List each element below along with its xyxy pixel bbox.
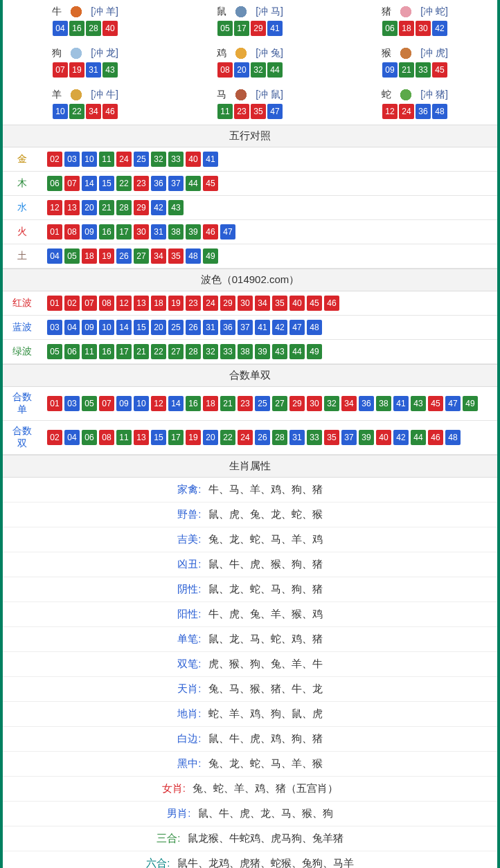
table-row: 土04051819262734354849 bbox=[3, 244, 497, 269]
zodiac-balls: 12243648 bbox=[332, 104, 497, 119]
number-ball: 07 bbox=[64, 176, 80, 191]
zodiac-conflict: [冲 虎] bbox=[420, 47, 448, 60]
heshu-balls: 0103050709101214161821232527293032343638… bbox=[42, 387, 497, 421]
number-ball: 39 bbox=[255, 344, 270, 359]
number-ball: 01 bbox=[47, 396, 62, 411]
number-ball: 39 bbox=[359, 430, 374, 445]
number-ball: 45 bbox=[203, 176, 218, 191]
zodiac-balls: 09213345 bbox=[332, 62, 497, 78]
number-ball: 49 bbox=[203, 248, 218, 264]
table-row: 红波0102070812131819232429303435404546 bbox=[3, 291, 497, 316]
attribute-label: 吉美: bbox=[177, 533, 201, 545]
wuxing-label: 金 bbox=[3, 147, 42, 172]
snake-icon bbox=[394, 87, 418, 102]
attribute-row: 吉美: 兔、龙、蛇、马、羊、鸡 bbox=[3, 527, 497, 552]
number-ball: 47 bbox=[445, 396, 461, 411]
number-ball: 13 bbox=[134, 430, 149, 445]
number-ball: 36 bbox=[151, 176, 166, 191]
bose-label: 蓝波 bbox=[3, 316, 42, 340]
attribute-label: 六合: bbox=[146, 857, 170, 868]
bose-table: 红波0102070812131819232429303435404546蓝波03… bbox=[3, 291, 497, 364]
number-ball: 02 bbox=[47, 430, 62, 445]
number-ball: 02 bbox=[47, 152, 62, 167]
zodiac-conflict: [冲 猪] bbox=[420, 89, 448, 101]
attribute-row: 地肖: 蛇、羊、鸡、狗、鼠、虎 bbox=[3, 702, 497, 727]
attribute-label: 天肖: bbox=[177, 682, 201, 694]
number-ball: 36 bbox=[220, 320, 235, 335]
attribute-value: 鼠牛、龙鸡、虎猪、蛇猴、兔狗、马羊 bbox=[175, 857, 354, 868]
number-ball: 12 bbox=[116, 296, 132, 311]
number-ball: 16 bbox=[99, 224, 114, 239]
wuxing-header: 五行对照 bbox=[3, 125, 497, 147]
number-ball: 07 bbox=[82, 296, 97, 311]
zodiac-conflict: [冲 马] bbox=[256, 6, 283, 18]
number-ball: 34 bbox=[341, 396, 357, 411]
attribute-label: 男肖: bbox=[167, 807, 190, 819]
number-ball: 33 bbox=[168, 152, 184, 167]
horse-icon bbox=[229, 87, 253, 102]
zodiac-name: 鼠 bbox=[217, 6, 226, 18]
number-ball: 25 bbox=[255, 396, 270, 411]
number-ball: 07 bbox=[53, 62, 68, 78]
number-ball: 11 bbox=[116, 430, 132, 445]
table-row: 蓝波03040910141520252631363741424748 bbox=[3, 316, 497, 340]
number-ball: 26 bbox=[255, 430, 270, 445]
number-ball: 04 bbox=[47, 248, 62, 264]
number-ball: 45 bbox=[428, 396, 443, 411]
rat-icon bbox=[229, 4, 253, 19]
attribute-row: 双笔: 虎、猴、狗、兔、羊、牛 bbox=[3, 652, 497, 677]
number-ball: 17 bbox=[234, 21, 249, 36]
zodiac-name: 鸡 bbox=[217, 47, 226, 60]
attribute-row: 野兽: 鼠、虎、兔、龙、蛇、猴 bbox=[3, 503, 497, 527]
number-ball: 48 bbox=[445, 430, 461, 445]
number-ball: 32 bbox=[203, 344, 218, 359]
number-ball: 02 bbox=[64, 296, 80, 311]
zodiac-name: 羊 bbox=[52, 89, 62, 101]
number-ball: 10 bbox=[134, 396, 149, 411]
number-ball: 45 bbox=[307, 296, 322, 311]
number-ball: 32 bbox=[324, 396, 339, 411]
wuxing-balls: 02031011242532334041 bbox=[42, 147, 497, 172]
number-ball: 42 bbox=[272, 320, 287, 335]
number-ball: 03 bbox=[64, 396, 80, 411]
zodiac-cell: 狗[冲 龙]07193143 bbox=[3, 42, 168, 83]
zodiac-top: 马[冲 鼠] bbox=[168, 87, 332, 102]
zodiac-grid: 牛[冲 羊]04162840鼠[冲 马]05172941猪[冲 蛇]061830… bbox=[3, 0, 497, 125]
number-ball: 15 bbox=[134, 320, 149, 335]
number-ball: 23 bbox=[238, 396, 253, 411]
wuxing-label: 土 bbox=[3, 244, 42, 269]
number-ball: 20 bbox=[151, 320, 166, 335]
heshu-balls: 0204060811131517192022242628313335373940… bbox=[42, 421, 497, 455]
number-ball: 05 bbox=[217, 21, 233, 36]
attribute-row: 男肖: 鼠、牛、虎、龙、马、猴、狗 bbox=[3, 802, 497, 826]
zodiac-cell: 羊[冲 牛]10223446 bbox=[3, 83, 168, 125]
number-ball: 48 bbox=[307, 320, 322, 335]
attribute-value: 牛、马、羊、鸡、狗、猪 bbox=[206, 483, 323, 495]
attribute-label: 女肖: bbox=[162, 782, 186, 794]
attribute-label: 野兽: bbox=[177, 508, 201, 520]
zodiac-top: 羊[冲 牛] bbox=[3, 87, 168, 102]
number-ball: 46 bbox=[102, 104, 118, 119]
table-row: 火0108091617303138394647 bbox=[3, 220, 497, 244]
number-ball: 03 bbox=[47, 320, 62, 335]
number-ball: 12 bbox=[382, 104, 398, 119]
number-ball: 34 bbox=[255, 296, 270, 311]
number-ball: 27 bbox=[134, 248, 149, 264]
heshu-table: 合数单0103050709101214161821232527293032343… bbox=[3, 387, 497, 455]
bose-label: 绿波 bbox=[3, 340, 42, 364]
number-ball: 22 bbox=[151, 344, 166, 359]
table-row: 合数单0103050709101214161821232527293032343… bbox=[3, 387, 497, 421]
number-ball: 04 bbox=[64, 430, 80, 445]
number-ball: 23 bbox=[234, 104, 249, 119]
number-ball: 20 bbox=[203, 430, 218, 445]
table-row: 合数双0204060811131517192022242628313335373… bbox=[3, 421, 497, 455]
number-ball: 16 bbox=[186, 396, 201, 411]
number-ball: 44 bbox=[186, 176, 201, 191]
wuxing-label: 水 bbox=[3, 196, 42, 220]
number-ball: 30 bbox=[307, 396, 322, 411]
number-ball: 05 bbox=[47, 344, 62, 359]
number-ball: 06 bbox=[47, 176, 62, 191]
number-ball: 36 bbox=[359, 396, 374, 411]
zodiac-cell: 猪[冲 蛇]06183042 bbox=[332, 0, 497, 42]
zodiac-balls: 11233547 bbox=[168, 104, 332, 119]
